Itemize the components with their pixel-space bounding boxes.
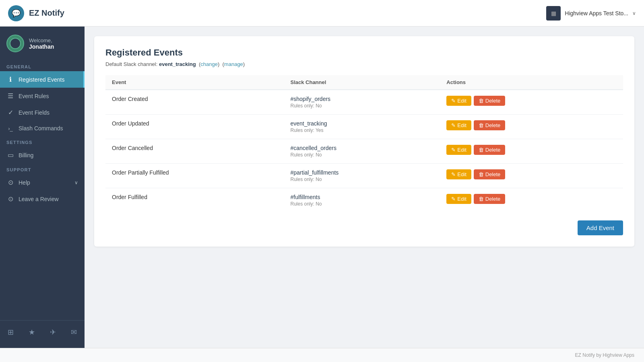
sidebar-bottom-icons: ⊞ ★ ✈ ✉ bbox=[0, 320, 85, 344]
table-row: Order Cancelled#cancelled_ordersRules on… bbox=[105, 139, 623, 164]
page-title: Registered Events bbox=[105, 47, 623, 58]
billing-icon: ▭ bbox=[6, 151, 14, 159]
bottom-icon-star[interactable]: ★ bbox=[26, 325, 37, 339]
events-table: Event Slack Channel Actions Order Create… bbox=[105, 75, 623, 212]
sidebar-item-label: Event Rules bbox=[19, 93, 49, 99]
rules-only: Rules only: No bbox=[290, 201, 433, 207]
event-rules-icon: ☰ bbox=[6, 92, 14, 100]
sidebar-item-event-rules[interactable]: ☰ Event Rules bbox=[0, 88, 85, 104]
delete-icon: 🗑 bbox=[479, 98, 484, 104]
sidebar-item-label: Help bbox=[19, 179, 30, 186]
table-row: Order Fulfilled#fulfillmentsRules only: … bbox=[105, 188, 623, 213]
edit-button[interactable]: ✎ Edit bbox=[446, 120, 471, 130]
bottom-icon-mail[interactable]: ✉ bbox=[68, 325, 79, 339]
rules-only: Rules only: No bbox=[290, 103, 433, 109]
store-icon: ▦ bbox=[546, 6, 561, 21]
rules-only: Rules only: No bbox=[290, 152, 433, 158]
delete-button[interactable]: 🗑 Delete bbox=[474, 194, 506, 204]
bottom-icon-send[interactable]: ✈ bbox=[47, 325, 58, 339]
channel-name: #cancelled_orders bbox=[290, 145, 433, 151]
delete-icon: 🗑 bbox=[479, 171, 484, 177]
slack-channel-cell: #fulfillmentsRules only: No bbox=[284, 188, 440, 213]
sidebar-item-label: Registered Events bbox=[19, 76, 64, 83]
leave-review-icon: ⊙ bbox=[6, 195, 14, 203]
sidebar-item-help[interactable]: ⊙ Help ∨ bbox=[0, 174, 85, 191]
actions-cell: ✎ Edit🗑 Delete bbox=[440, 90, 623, 115]
avatar-inner bbox=[10, 38, 21, 49]
general-section-label: GENERAL bbox=[0, 60, 85, 71]
help-expand-icon: ∨ bbox=[74, 180, 78, 185]
delete-icon: 🗑 bbox=[479, 122, 484, 128]
delete-button[interactable]: 🗑 Delete bbox=[474, 169, 506, 179]
table-header: Event Slack Channel Actions bbox=[105, 75, 623, 90]
event-name: Order Created bbox=[105, 90, 284, 115]
edit-icon: ✎ bbox=[451, 98, 456, 104]
delete-button[interactable]: 🗑 Delete bbox=[474, 96, 506, 106]
col-slack-channel: Slack Channel bbox=[284, 75, 440, 90]
header-left: 💬 EZ Notify bbox=[8, 5, 64, 21]
slack-channel-cell: #cancelled_ordersRules only: No bbox=[284, 139, 440, 164]
edit-icon: ✎ bbox=[451, 196, 456, 202]
actions-cell: ✎ Edit🗑 Delete bbox=[440, 115, 623, 139]
sidebar-item-slash-commands[interactable]: ›_ Slash Commands bbox=[0, 121, 85, 136]
slash-commands-icon: ›_ bbox=[6, 125, 14, 132]
support-section-label: SUPPORT bbox=[0, 163, 85, 174]
col-actions: Actions bbox=[440, 75, 623, 90]
delete-button[interactable]: 🗑 Delete bbox=[474, 120, 506, 130]
delete-icon: 🗑 bbox=[479, 196, 484, 202]
registered-events-icon: ℹ bbox=[6, 76, 14, 83]
main-content: Registered Events Default Slack channel:… bbox=[85, 27, 644, 348]
event-name: Order Fulfilled bbox=[105, 188, 284, 213]
rules-only: Rules only: Yes bbox=[290, 128, 433, 133]
username: Jonathan bbox=[29, 43, 54, 50]
event-name: Order Partially Fulfilled bbox=[105, 164, 284, 188]
delete-icon: 🗑 bbox=[479, 147, 484, 153]
store-icon-glyph: ▦ bbox=[551, 10, 556, 16]
welcome-label: Welcome, bbox=[29, 37, 54, 43]
channel-name: #partial_fulfillments bbox=[290, 169, 433, 176]
table-row: Order Created#shopify_ordersRules only: … bbox=[105, 90, 623, 115]
slack-channel-cell: #shopify_ordersRules only: No bbox=[284, 90, 440, 115]
edit-button[interactable]: ✎ Edit bbox=[446, 169, 471, 179]
edit-button[interactable]: ✎ Edit bbox=[446, 194, 471, 204]
table-row: Order Partially Fulfilled#partial_fulfil… bbox=[105, 164, 623, 188]
user-section: Welcome, Jonathan bbox=[0, 27, 85, 60]
bottom-icon-apps[interactable]: ⊞ bbox=[5, 325, 16, 339]
actions-cell: ✎ Edit🗑 Delete bbox=[440, 188, 623, 213]
sidebar-item-label: Event Fields bbox=[19, 109, 50, 116]
store-chevron-icon[interactable]: ∨ bbox=[632, 10, 636, 16]
change-link[interactable]: change bbox=[200, 61, 218, 67]
table-row: Order Updatedevent_trackingRules only: Y… bbox=[105, 115, 623, 139]
layout: Welcome, Jonathan GENERAL ℹ Registered E… bbox=[0, 27, 644, 348]
rules-only: Rules only: No bbox=[290, 177, 433, 182]
footer: EZ Notify by Highview Apps bbox=[0, 348, 644, 362]
default-channel-info: Default Slack channel: event_tracking (c… bbox=[105, 61, 623, 67]
sidebar-item-label: Slash Commands bbox=[19, 125, 63, 132]
app-logo: 💬 bbox=[8, 5, 24, 21]
manage-link[interactable]: manage bbox=[224, 61, 243, 67]
slack-channel-cell: #partial_fulfillmentsRules only: No bbox=[284, 164, 440, 188]
settings-section-label: SETTINGS bbox=[0, 136, 85, 147]
sidebar-item-leave-review[interactable]: ⊙ Leave a Review bbox=[0, 191, 85, 207]
edit-button[interactable]: ✎ Edit bbox=[446, 145, 471, 155]
events-tbody: Order Created#shopify_ordersRules only: … bbox=[105, 90, 623, 212]
app-title: EZ Notify bbox=[29, 8, 64, 18]
edit-button[interactable]: ✎ Edit bbox=[446, 96, 471, 106]
edit-icon: ✎ bbox=[451, 171, 456, 177]
col-event: Event bbox=[105, 75, 284, 90]
add-event-button[interactable]: Add Event bbox=[578, 220, 623, 235]
default-channel-name: event_tracking bbox=[159, 61, 196, 67]
sidebar: Welcome, Jonathan GENERAL ℹ Registered E… bbox=[0, 27, 85, 348]
content-wrapper: Registered Events Default Slack channel:… bbox=[94, 36, 634, 247]
top-header: 💬 EZ Notify ▦ Highview Apps Test Sto... … bbox=[0, 0, 644, 27]
sidebar-item-billing[interactable]: ▭ Billing bbox=[0, 147, 85, 163]
actions-cell: ✎ Edit🗑 Delete bbox=[440, 164, 623, 188]
add-event-row: Add Event bbox=[105, 220, 623, 235]
app-logo-icon: 💬 bbox=[12, 9, 21, 18]
edit-icon: ✎ bbox=[451, 147, 456, 153]
delete-button[interactable]: 🗑 Delete bbox=[474, 145, 506, 155]
event-name: Order Cancelled bbox=[105, 139, 284, 164]
sidebar-item-registered-events[interactable]: ℹ Registered Events bbox=[0, 71, 85, 88]
channel-name: #shopify_orders bbox=[290, 96, 433, 102]
sidebar-item-event-fields[interactable]: ✓ Event Fields bbox=[0, 104, 85, 121]
